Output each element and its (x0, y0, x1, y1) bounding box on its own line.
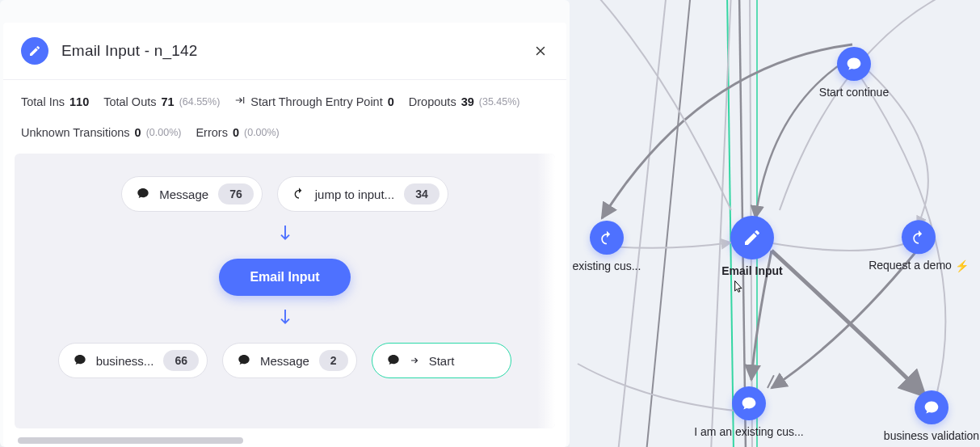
pencil-icon (730, 216, 774, 259)
output-pill-start[interactable]: Start (372, 343, 512, 378)
chat-icon (387, 353, 400, 369)
stat-label: Total Ins (21, 95, 65, 108)
stat-value: 0 (233, 126, 239, 139)
entry-icon (234, 95, 246, 108)
pill-label: Message (159, 188, 208, 201)
chat-icon (732, 386, 766, 420)
input-pill-row: Message 76 jump to input... 34 (121, 176, 448, 212)
chat-icon (238, 353, 250, 369)
graph-node-email-input[interactable]: Email Input (696, 216, 809, 277)
graph-node-label: existing cus... (570, 259, 663, 272)
redo-icon (590, 221, 624, 255)
redo-icon (292, 187, 305, 202)
arrow-right-icon (410, 354, 419, 368)
stat-value: 39 (461, 95, 474, 108)
graph-canvas[interactable]: Start continue existing cus... Email Inp… (570, 0, 980, 447)
panel-title: Email Input - n_142 (61, 42, 198, 60)
graph-node-start-continue[interactable]: Start continue (797, 47, 911, 99)
output-pill-row: business... 66 Message 2 Start (53, 343, 517, 378)
stat-label: Unknown Transitions (21, 126, 130, 139)
pill-label: jump to input... (315, 188, 394, 201)
stat-start-entry: Start Through Entry Point 0 (234, 95, 393, 108)
pill-count: 66 (163, 350, 199, 371)
graph-node-label: Email Input (696, 264, 809, 277)
stat-total-ins: Total Ins 110 (21, 95, 89, 108)
graph-node-existing-cus[interactable]: existing cus... (570, 221, 663, 272)
stat-pct: (0.00%) (244, 127, 280, 138)
input-pill-jump[interactable]: jump to input... 34 (277, 176, 448, 212)
stat-unknown: Unknown Transitions 0 (0.00%) (21, 126, 181, 139)
redo-icon (902, 220, 936, 254)
graph-node-biz-validation[interactable]: business validation (867, 390, 980, 442)
bolt-icon: ⚡ (955, 260, 969, 273)
graph-node-label: I am an existing cus... (692, 425, 805, 438)
graph-node-iam-existing[interactable]: I am an existing cus... (692, 386, 805, 438)
stat-label: Errors (196, 126, 227, 139)
chat-icon (837, 47, 871, 81)
stat-pct: (35.45%) (479, 96, 520, 108)
pencil-icon (21, 37, 48, 65)
stat-value: 0 (388, 95, 394, 108)
arrow-down-icon (277, 307, 293, 331)
pill-label: Start (429, 354, 455, 368)
stat-label: Total Outs (103, 95, 156, 108)
stat-dropouts: Dropouts 39 (35.45%) (409, 95, 520, 108)
arrow-down-icon (277, 223, 293, 247)
pill-label: business... (96, 354, 154, 368)
stat-value: 0 (135, 126, 141, 139)
center-node[interactable]: Email Input (219, 259, 350, 296)
chat-icon (915, 390, 948, 424)
stat-value: 110 (69, 95, 89, 108)
pill-label: Message (260, 354, 309, 368)
graph-node-label: business validation (867, 429, 980, 442)
pill-count: 2 (319, 350, 348, 371)
stat-label: Start Through Entry Point (250, 95, 382, 108)
pill-count: 76 (218, 183, 254, 205)
cursor-icon (730, 279, 746, 295)
center-node-label: Email Input (250, 270, 319, 284)
stat-errors: Errors 0 (0.00%) (196, 126, 279, 139)
stat-label: Dropouts (409, 95, 456, 108)
stat-total-outs: Total Outs 71 (64.55%) (103, 95, 220, 108)
graph-node-label: Request a demo⚡ (850, 259, 980, 272)
output-pill-business[interactable]: business... 66 (58, 343, 208, 378)
stat-pct: (64.55%) (179, 96, 221, 108)
pill-count: 34 (404, 183, 440, 205)
panel-header: Email Input - n_142 (3, 23, 566, 80)
stats-row: Total Ins 110 Total Outs 71 (64.55%) Sta… (3, 80, 566, 147)
graph-node-label: Start continue (797, 86, 911, 99)
input-pill-message[interactable]: Message 76 (121, 176, 262, 212)
graph-node-request-demo[interactable]: Request a demo⚡ (850, 220, 980, 272)
stat-value: 71 (161, 95, 174, 108)
node-detail-panel: Email Input - n_142 Total Ins 110 Total … (0, 0, 570, 447)
chat-icon (137, 187, 149, 202)
horizontal-scrollbar[interactable] (18, 437, 243, 444)
close-button[interactable] (532, 43, 549, 59)
chat-icon (74, 353, 86, 369)
output-pill-message[interactable]: Message 2 (222, 343, 357, 378)
stat-pct: (0.00%) (146, 127, 182, 138)
flow-diagram: Message 76 jump to input... 34 Email Inp… (15, 154, 555, 428)
